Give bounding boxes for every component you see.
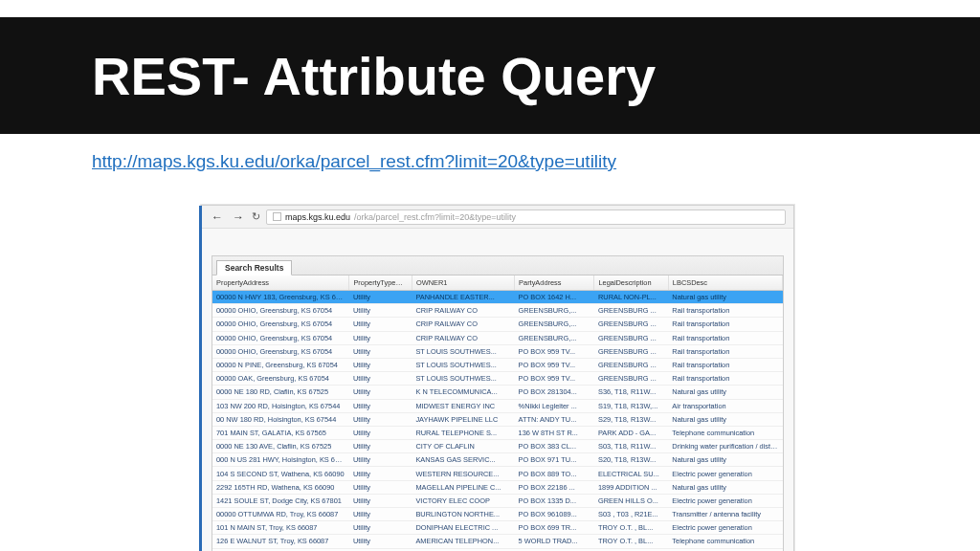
table-cell: ST LOUIS SOUTHWES...	[412, 358, 514, 371]
table-cell: GREEN HILLS O...	[594, 494, 668, 507]
back-icon[interactable]: ←	[210, 210, 225, 224]
table-row[interactable]: 000 N US 281 HWY, Hoisington, KS 67544Ut…	[212, 453, 783, 467]
table-cell: 0000 NE 180 RD, Claflin, KS 67525	[212, 386, 349, 399]
table-cell: CRIP RAILWAY CO	[412, 304, 514, 318]
table-row[interactable]: 00000 OHIO, Greensburg, KS 67054UtilityC…	[212, 331, 783, 344]
table-row[interactable]: 101 N MAIN ST, Troy, KS 66087UtilityDONI…	[212, 521, 783, 535]
table-cell: BURLINGTON NORTHE...	[412, 508, 514, 521]
table-cell: Utility	[349, 453, 412, 467]
table-cell: 1421 SOULE ST, Dodge City, KS 67801	[212, 494, 349, 507]
table-cell: ST LOUIS SOUTHWES...	[412, 344, 514, 358]
table-cell: GREENSBURG,...	[515, 331, 594, 344]
table-cell: S36, T18, R11W...	[594, 386, 668, 399]
table-cell: Utility	[349, 291, 412, 304]
table-cell: Utility	[349, 344, 412, 358]
column-header[interactable]: LBCSDesc	[668, 276, 782, 291]
table-cell: 00000 N PINE, Greensburg, KS 67054	[212, 358, 349, 371]
table-cell: 00000 OHIO, Greensburg, KS 67054	[212, 318, 349, 331]
table-cell: Utility	[349, 372, 412, 386]
table-cell: Utility	[349, 440, 412, 453]
browser-toolbar: ← → ↻ maps.kgs.ku.edu/orka/parcel_rest.c…	[202, 206, 793, 229]
table-row[interactable]: 103 NW 200 RD, Hoisington, KS 67544Utili…	[212, 399, 783, 412]
column-header[interactable]: PartyAddress	[515, 276, 594, 291]
table-cell: Electric power generation	[668, 521, 782, 535]
example-url-link[interactable]: http://maps.kgs.ku.edu/orka/parcel_rest.…	[92, 151, 616, 171]
table-cell: PANHANDLE EASTER...	[412, 291, 514, 304]
table-cell: Drinking water purification / distributi…	[668, 440, 782, 453]
forward-icon[interactable]: →	[231, 210, 246, 224]
table-cell: 1899 ADDITION ...	[594, 480, 668, 494]
table-row[interactable]: 00000 OHIO, Greensburg, KS 67054UtilityC…	[212, 318, 783, 331]
column-header[interactable]: PropertyTypeDesc	[349, 276, 412, 291]
table-row[interactable]: 126 E WALNUT ST, Troy, KS 66087UtilityAM…	[212, 535, 783, 548]
table-cell: Utility	[349, 331, 412, 344]
column-header[interactable]: OWNER1	[412, 276, 514, 291]
page-title: REST- Attribute Query	[92, 45, 656, 107]
table-cell: S20, T18, R13W...	[594, 453, 668, 467]
table-cell: GREENSBURG ...	[594, 372, 668, 386]
table-cell: Rail transportation	[668, 304, 782, 318]
table-cell: 701 MAIN ST, GALATIA, KS 67565	[212, 426, 349, 439]
address-bar[interactable]: maps.kgs.ku.edu/orka/parcel_rest.cfm?lim…	[266, 209, 786, 225]
table-cell: PO BOX 281304...	[515, 386, 594, 399]
table-cell: Rail transportation	[668, 318, 782, 331]
table-cell: 00000 OHIO, Greensburg, KS 67054	[212, 331, 349, 344]
table-row[interactable]: 104 S SECOND ST, Wathena, KS 66090Utilit…	[212, 467, 783, 480]
table-cell: Rail transportation	[668, 331, 782, 344]
table-row[interactable]: 0000 NE 130 AVE, Claflin, KS 67525Utilit…	[212, 440, 783, 453]
table-cell: RURAL NON-PL...	[594, 291, 668, 304]
table-cell: Rail transportation	[668, 358, 782, 371]
url-line: http://maps.kgs.ku.edu/orka/parcel_rest.…	[0, 134, 980, 172]
table-cell: 00000 OHIO, Greensburg, KS 67054	[212, 304, 349, 318]
table-cell: GREENSBURG,...	[515, 304, 594, 318]
table-cell: 0000 NE 130 AVE, Claflin, KS 67525	[212, 440, 349, 453]
table-cell: S19, T18, R13W,...	[594, 399, 668, 412]
table-cell: PO BOX 699 TR...	[515, 521, 594, 535]
table-row[interactable]: 1421 SOULE ST, Dodge City, KS 67801Utili…	[212, 494, 783, 507]
results-table: PropertyAddressPropertyTypeDescOWNER1Par…	[212, 276, 783, 551]
table-cell: GREENSBURG ...	[594, 331, 668, 344]
table-row[interactable]: 00000 OTTUMWA RD, Troy, KS 66087UtilityB…	[212, 508, 783, 521]
table-cell: PO BOX 889 TO...	[515, 467, 594, 480]
table-cell: ELECTRICAL SU...	[594, 467, 668, 480]
table-cell: 00000 OTTUMWA RD, Troy, KS 66087	[212, 508, 349, 521]
table-row[interactable]: 00000 OHIO, Greensburg, KS 67054UtilityC…	[212, 304, 783, 318]
table-cell: 000 N US 281 HWY, Hoisington, KS 67544	[212, 453, 349, 467]
table-row[interactable]: 701 MAIN ST, GALATIA, KS 67565UtilityRUR…	[212, 426, 783, 439]
table-cell: S03 , T03 , R21E...	[594, 508, 668, 521]
title-bar: REST- Attribute Query	[0, 17, 980, 134]
column-header[interactable]: PropertyAddress	[212, 276, 349, 291]
table-cell: Utility	[349, 535, 412, 548]
reload-icon[interactable]: ↻	[252, 210, 260, 223]
page-icon	[273, 212, 281, 221]
table-row[interactable]: 2292 165TH RD, Wathena, KS 66090UtilityM…	[212, 480, 783, 494]
table-cell: Natural gas utility	[668, 386, 782, 399]
table-cell: Telephone communication	[668, 535, 782, 548]
table-cell: GREENSBURG,...	[515, 318, 594, 331]
table-cell: Utility	[349, 494, 412, 507]
table-cell: Utility	[349, 521, 412, 535]
address-host: maps.kgs.ku.edu	[285, 212, 350, 222]
table-row[interactable]: 00000 N PINE, Greensburg, KS 67054Utilit…	[212, 358, 783, 371]
table-cell: GREENSBURG ...	[594, 304, 668, 318]
table-row[interactable]: 0000 NE 180 RD, Claflin, KS 67525Utility…	[212, 386, 783, 399]
column-header[interactable]: LegalDescription	[594, 276, 668, 291]
table-row[interactable]: 00000 OHIO, Greensburg, KS 67054UtilityS…	[212, 344, 783, 358]
table-row[interactable]: 00 NW 180 RD, Hoisington, KS 67544Utilit…	[212, 412, 783, 426]
table-cell: Rail transportation	[668, 344, 782, 358]
table-row[interactable]: 00000 N HWY 183, Greensburg, KS 67054Uti…	[212, 291, 783, 304]
table-cell: Rail transportation	[668, 372, 782, 386]
table-cell: GREENSBURG ...	[594, 318, 668, 331]
table-cell: 103 NW 200 RD, Hoisington, KS 67544	[212, 399, 349, 412]
table-cell: Transmitter / antenna facility	[668, 508, 782, 521]
table-cell: 00000 N HWY 183, Greensburg, KS 67054	[212, 291, 349, 304]
table-row[interactable]: 00000 OAK, Greensburg, KS 67054UtilityST…	[212, 372, 783, 386]
table-cell: Utility	[349, 399, 412, 412]
table-cell: DONIPHAN ELECTRIC ...	[412, 521, 514, 535]
table-cell: S29, T18, R13W...	[594, 412, 668, 426]
table-cell: PO BOX 383 CL...	[515, 440, 594, 453]
table-cell: PO BOX 959 TV...	[515, 358, 594, 371]
tab-search-results[interactable]: Search Results	[216, 260, 292, 276]
table-cell: TROY O.T. , BL...	[594, 521, 668, 535]
browser-accent	[199, 206, 202, 551]
